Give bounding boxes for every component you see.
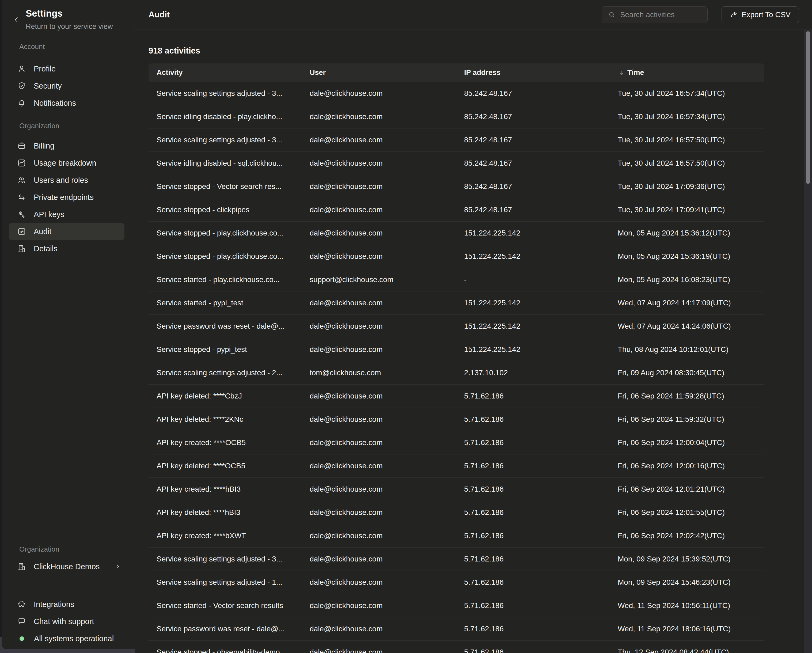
cell-activity: Service scaling settings adjusted - 2... <box>148 361 302 384</box>
scrollbar-thumb[interactable] <box>806 31 810 184</box>
cell-time: Mon, 05 Aug 2024 15:36:19(UTC) <box>610 245 764 268</box>
org-switcher-nav: ClickHouse Demos <box>2 558 134 575</box>
cell-user: dale@clickhouse.com <box>302 455 456 478</box>
cell-time: Fri, 06 Sep 2024 12:00:04(UTC) <box>610 431 764 454</box>
cell-ip-address: 5.71.62.186 <box>456 478 610 501</box>
shield-check-icon <box>17 81 26 90</box>
table-row: Service scaling settings adjusted - 1...… <box>148 571 764 594</box>
cell-activity: Service scaling settings adjusted - 3... <box>148 548 302 571</box>
cell-user: dale@clickhouse.com <box>302 384 456 407</box>
cell-time: Mon, 09 Sep 2024 15:39:52(UTC) <box>610 548 764 571</box>
table-row: Service idling disabled - play.clickho..… <box>148 105 764 128</box>
cell-time: Tue, 30 Jul 2024 16:57:50(UTC) <box>610 152 764 175</box>
cell-activity: Service password was reset - dale@... <box>148 617 302 641</box>
sidebar-item-security[interactable]: Security <box>9 77 124 95</box>
sidebar-item-label: Profile <box>34 64 56 73</box>
cell-activity: Service started - play.clickhouse.co... <box>148 268 302 291</box>
cell-ip-address: 85.242.48.167 <box>456 105 610 128</box>
search-box[interactable] <box>601 6 708 23</box>
cell-activity: Service stopped - play.clickhouse.co... <box>148 245 302 268</box>
org-switcher-clickhouse-demos[interactable]: ClickHouse Demos <box>9 558 124 575</box>
table-row: Service stopped - observability-demo dal… <box>148 641 764 653</box>
account-nav: Profile Security Notifications <box>2 60 134 111</box>
cell-user: dale@clickhouse.com <box>302 617 456 641</box>
activity-square-icon <box>17 227 26 236</box>
sidebar-item-label: Users and roles <box>34 176 88 185</box>
puzzle-icon <box>17 600 26 609</box>
cell-activity: Service scaling settings adjusted - 3... <box>148 82 302 105</box>
cell-user: dale@clickhouse.com <box>302 291 456 314</box>
sidebar-item-api-keys[interactable]: API keys <box>9 206 124 223</box>
sidebar-item-details[interactable]: Details <box>9 240 124 257</box>
key-icon <box>17 210 26 219</box>
table-row: Service stopped - Vector search res... d… <box>148 175 764 198</box>
cell-user: dale@clickhouse.com <box>302 548 456 571</box>
cell-activity: API key deleted: ****CbzJ <box>148 384 302 407</box>
cell-ip-address: 5.71.62.186 <box>456 501 610 524</box>
cell-ip-address: 5.71.62.186 <box>456 431 610 454</box>
org-switcher-label: ClickHouse Demos <box>34 562 100 571</box>
cell-activity: Service password was reset - dale@... <box>148 315 302 338</box>
sidebar-item-audit[interactable]: Audit <box>9 223 124 240</box>
table-row: API key created: ****bXWT dale@clickhous… <box>148 524 764 548</box>
sidebar-item-profile[interactable]: Profile <box>9 60 124 77</box>
cell-activity: Service stopped - Vector search res... <box>148 175 302 198</box>
search-input[interactable] <box>620 11 717 19</box>
cell-time: Thu, 12 Sep 2024 08:42:44(UTC) <box>610 641 764 653</box>
chevron-right-icon <box>114 563 121 570</box>
sidebar-item-label: Audit <box>34 227 51 236</box>
column-header-ip-address[interactable]: IP address <box>456 63 610 82</box>
sidebar-title: Settings <box>26 8 63 19</box>
sidebar-subtitle: Return to your service view <box>26 23 113 31</box>
topbar: Audit Export To CSV <box>135 0 812 29</box>
cell-ip-address: 85.242.48.167 <box>456 152 610 175</box>
cell-user: dale@clickhouse.com <box>302 128 456 151</box>
cell-user: dale@clickhouse.com <box>302 478 456 501</box>
cell-time: Wed, 11 Sep 2024 18:06:16(UTC) <box>610 617 764 641</box>
sidebar-item-usage-breakdown[interactable]: Usage breakdown <box>9 154 124 172</box>
sidebar-item-label: Chat with support <box>34 617 94 626</box>
sidebar-item-label: Notifications <box>34 99 76 108</box>
sidebar-item-system-status[interactable]: All systems operational <box>9 630 124 647</box>
building-icon <box>17 562 26 571</box>
sidebar-item-label: Integrations <box>34 600 75 609</box>
table-row: Service started - play.clickhouse.co... … <box>148 268 764 291</box>
sidebar-item-integrations[interactable]: Integrations <box>9 596 124 613</box>
sidebar-item-chat-with-support[interactable]: Chat with support <box>9 613 124 630</box>
cell-ip-address: 5.71.62.186 <box>456 384 610 407</box>
sidebar-item-label: API keys <box>34 210 64 219</box>
cell-activity: Service stopped - observability-demo <box>148 641 302 653</box>
section-label-account: Account <box>19 43 45 51</box>
sidebar-item-billing[interactable]: Billing <box>9 137 124 154</box>
export-to-csv-button[interactable]: Export To CSV <box>722 6 799 23</box>
sidebar-item-users-and-roles[interactable]: Users and roles <box>9 172 124 189</box>
table-row: Service scaling settings adjusted - 3...… <box>148 548 764 571</box>
cell-user: dale@clickhouse.com <box>302 524 456 547</box>
users-icon <box>17 175 26 185</box>
cell-time: Fri, 06 Sep 2024 11:59:28(UTC) <box>610 384 764 407</box>
table-row: Service started - pypi_test dale@clickho… <box>148 291 764 315</box>
search-icon <box>608 11 616 19</box>
cell-time: Mon, 05 Aug 2024 16:08:23(UTC) <box>610 268 764 291</box>
cell-ip-address: 151.224.225.142 <box>456 338 610 361</box>
column-header-time[interactable]: Time <box>610 63 764 82</box>
sidebar-item-notifications[interactable]: Notifications <box>9 95 124 111</box>
table-row: Service password was reset - dale@... da… <box>148 315 764 338</box>
cell-activity: API key created: ****hBI3 <box>148 478 302 501</box>
cell-ip-address: 85.242.48.167 <box>456 82 610 105</box>
sidebar-footer-nav: Integrations Chat with support All syste… <box>2 596 134 647</box>
sidebar-item-label: Security <box>34 82 62 90</box>
table-body: Service scaling settings adjusted - 3...… <box>148 82 764 653</box>
cell-time: Fri, 09 Aug 2024 08:30:45(UTC) <box>610 361 764 384</box>
back-button[interactable] <box>11 14 22 25</box>
cell-ip-address: 5.71.62.186 <box>456 594 610 617</box>
sidebar-item-private-endpoints[interactable]: Private endpoints <box>9 189 124 206</box>
cell-time: Tue, 30 Jul 2024 16:57:34(UTC) <box>610 82 764 105</box>
cell-user: dale@clickhouse.com <box>302 571 456 594</box>
column-header-activity[interactable]: Activity <box>148 63 302 82</box>
column-header-user[interactable]: User <box>302 63 456 82</box>
cell-time: Wed, 11 Sep 2024 10:56:11(UTC) <box>610 594 764 617</box>
cell-user: dale@clickhouse.com <box>302 198 456 221</box>
cell-activity: API key deleted: ****OCB5 <box>148 455 302 478</box>
cell-user: dale@clickhouse.com <box>302 152 456 175</box>
